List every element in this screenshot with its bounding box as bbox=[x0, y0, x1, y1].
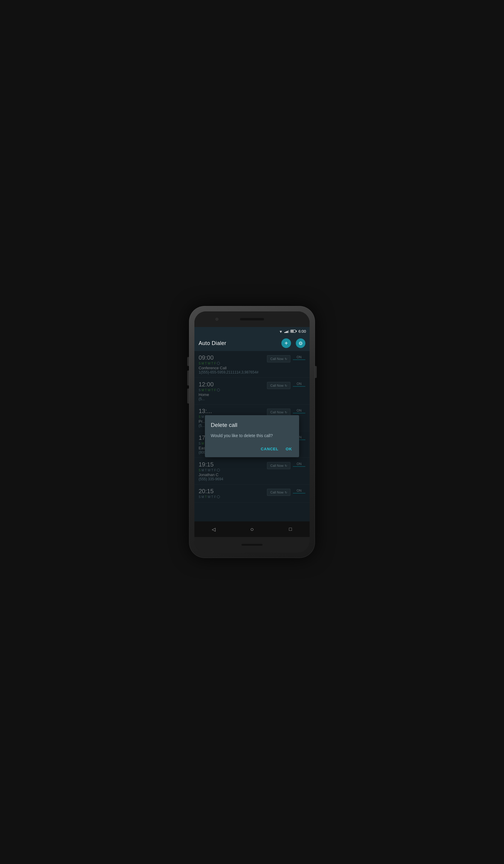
home-icon: ○ bbox=[250, 526, 254, 533]
svg-point-0 bbox=[280, 332, 281, 333]
power-button[interactable] bbox=[187, 357, 189, 366]
delete-call-dialog: Delete call Would you like to delete thi… bbox=[205, 415, 299, 457]
volume-up-button[interactable] bbox=[187, 371, 189, 385]
volume-button-right[interactable] bbox=[315, 366, 317, 378]
dialog-message: Would you like to delete this call? bbox=[211, 433, 293, 439]
status-time: 6:00 bbox=[299, 329, 306, 334]
settings-icon: ⚙ bbox=[299, 340, 303, 346]
wifi-icon bbox=[279, 330, 283, 333]
signal-icon bbox=[285, 330, 289, 333]
dialog-overlay: Delete call Would you like to delete thi… bbox=[194, 351, 310, 521]
volume-down-button[interactable] bbox=[187, 388, 189, 404]
status-icons: 100 6:00 bbox=[279, 329, 306, 334]
dialog-cancel-button[interactable]: CANCEL bbox=[260, 445, 280, 453]
phone-device: 100 6:00 Auto Dialer + ⚙ bbox=[189, 306, 315, 558]
front-camera bbox=[215, 318, 218, 321]
top-bezel bbox=[194, 311, 310, 327]
dialog-ok-button[interactable]: OK bbox=[285, 445, 293, 453]
add-call-button[interactable]: + bbox=[281, 338, 291, 348]
battery-icon: 100 bbox=[290, 330, 296, 333]
battery-level: 100 bbox=[291, 330, 294, 332]
app-bar-icons: + ⚙ bbox=[281, 338, 305, 348]
app-title: Auto Dialer bbox=[199, 340, 281, 347]
home-button[interactable]: ○ bbox=[246, 523, 258, 535]
main-content: 09:00 S M T W T F Conference Call 1(555)… bbox=[194, 351, 310, 521]
back-button[interactable]: ◁ bbox=[208, 523, 219, 535]
dialog-buttons: CANCEL OK bbox=[211, 445, 293, 453]
recents-button[interactable]: □ bbox=[285, 523, 296, 535]
app-bar: Auto Dialer + ⚙ bbox=[194, 335, 310, 351]
phone-screen: 100 6:00 Auto Dialer + ⚙ bbox=[194, 311, 310, 553]
dialog-title: Delete call bbox=[211, 422, 293, 429]
bottom-bezel bbox=[194, 537, 310, 553]
status-bar: 100 6:00 bbox=[194, 327, 310, 335]
add-icon: + bbox=[285, 340, 288, 347]
back-icon: ◁ bbox=[212, 527, 215, 532]
bottom-nav: ◁ ○ □ bbox=[194, 521, 310, 537]
earpiece-speaker bbox=[240, 318, 264, 320]
settings-button[interactable]: ⚙ bbox=[296, 338, 305, 348]
recents-icon: □ bbox=[289, 527, 292, 532]
bottom-speaker bbox=[241, 544, 263, 546]
